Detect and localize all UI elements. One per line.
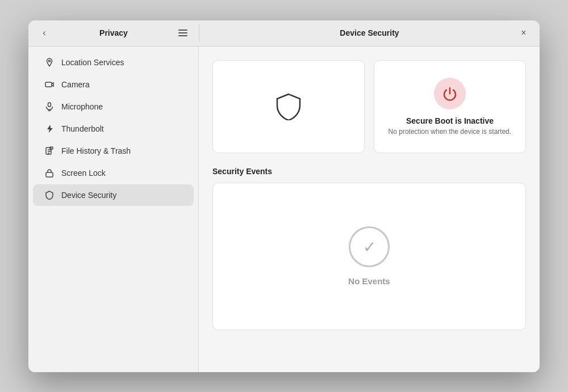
sidebar-label-microphone: Microphone [61,102,103,111]
titlebar-right: Device Security × [199,28,540,37]
secure-boot-title: Secure Boot is Inactive [406,116,494,125]
sidebar-item-screen-lock[interactable]: Screen Lock [33,162,194,184]
secure-boot-subtitle: No protection when the device is started… [389,128,512,136]
thunderbolt-icon [44,124,55,134]
status-cards-row: Secure Boot is Inactive No protection wh… [212,60,526,153]
sidebar-item-microphone[interactable]: Microphone [33,96,194,117]
sidebar-label-screen-lock: Screen Lock [61,168,106,178]
shield-icon [275,93,302,120]
power-icon-circle [434,78,466,109]
svg-point-0 [49,60,51,62]
security-events-card: ✓ No Events [212,183,526,330]
security-events-title: Security Events [212,167,526,176]
main-panel-title: Device Security [340,28,399,37]
titlebar-left: ‹ Privacy [28,25,199,41]
sidebar-item-thunderbolt[interactable]: Thunderbolt [33,118,194,140]
svg-rect-7 [46,172,53,177]
back-button[interactable]: ‹ [36,25,52,41]
sidebar-label-camera: Camera [61,80,90,89]
no-events-label: No Events [348,276,390,286]
content-area: Location Services Camera [28,47,540,372]
sidebar-label-thunderbolt: Thunderbolt [61,124,104,133]
sidebar-label-file-history: File History & Trash [61,146,131,155]
microphone-icon [44,102,55,112]
titlebar: ‹ Privacy Device Security × [28,20,540,47]
checkmark-icon: ✓ [363,238,376,256]
sidebar-item-location-services[interactable]: Location Services [33,52,194,73]
lock-icon [44,168,55,178]
menu-button[interactable] [175,25,191,41]
sidebar-label-location-services: Location Services [61,58,124,67]
sidebar-item-device-security[interactable]: Device Security [33,184,194,206]
secure-boot-card: Secure Boot is Inactive No protection wh… [374,60,526,153]
app-window: ‹ Privacy Device Security × Location [28,20,540,372]
svg-rect-2 [48,103,51,107]
close-button[interactable]: × [516,25,532,41]
clock-icon: ✓ [349,226,390,267]
camera-icon [44,79,55,90]
sidebar-label-device-security: Device Security [61,191,116,200]
shield-status-card [212,60,365,153]
main-panel: Secure Boot is Inactive No protection wh… [199,47,540,372]
sidebar-panel-title: Privacy [58,28,169,37]
sidebar-item-camera[interactable]: Camera [33,74,194,95]
sidebar-item-file-history[interactable]: File History & Trash [33,140,194,162]
location-icon [44,57,55,68]
file-history-icon [44,146,55,156]
device-security-icon [44,190,55,200]
svg-rect-1 [45,82,52,87]
sidebar: Location Services Camera [28,47,199,372]
